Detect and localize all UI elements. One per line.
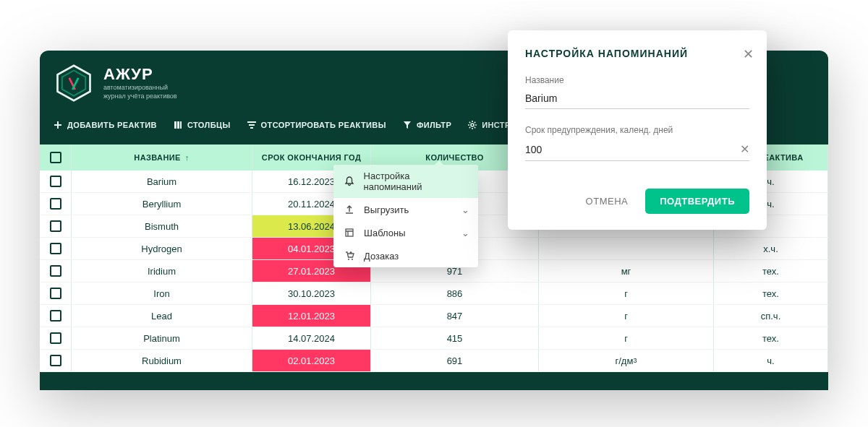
columns-icon [173,120,183,130]
cell-date: 02.01.2023 [252,350,371,371]
cell-name: Platinum [72,327,252,349]
column-name[interactable]: НАЗВАНИЕ↑ [72,145,252,171]
row-checkbox[interactable] [40,193,72,215]
plus-icon [53,120,63,130]
brand-subtitle-1: автоматизированный [103,84,177,92]
close-icon[interactable]: ✕ [743,46,754,62]
cell-type: тех. [714,260,828,282]
gear-icon [467,120,477,130]
cell-type: тех. [714,282,828,304]
filter-icon [402,120,412,130]
cell-unit: г [539,282,714,304]
confirm-button[interactable]: ПОДТВЕРДИТЬ [645,189,749,214]
cell-qty: 691 [371,350,539,371]
table-row[interactable]: Rubidium02.01.2023691г/дм3ч. [40,350,828,372]
add-reagent-button[interactable]: ДОБАВИТЬ РЕАКТИВ [50,117,160,133]
name-input[interactable]: Barium [525,90,749,109]
sort-icon [247,120,257,130]
cell-unit: г/дм3 [539,350,714,371]
row-checkbox[interactable] [40,260,72,282]
days-label: Срок предупреждения, календ. дней [525,125,749,135]
cell-unit: г [539,305,714,327]
modal-actions: ОТМЕНА ПОДТВЕРДИТЬ [525,189,749,214]
cell-name: Lead [72,305,252,327]
templates-icon [344,227,355,238]
row-checkbox[interactable] [40,282,72,304]
clear-icon[interactable]: ✕ [740,142,749,156]
cell-date: 30.10.2023 [252,282,371,304]
cell-name: Beryllium [72,193,252,215]
name-label: Название [525,75,749,85]
svg-point-9 [348,259,349,260]
cell-type: х.ч. [714,238,828,259]
sort-label: ОТСОРТИРОВАТЬ РЕАКТИВЫ [261,121,386,129]
chevron-down-icon: ⌄ [461,204,469,215]
days-input[interactable]: 100 ✕ [525,139,749,161]
upload-icon [344,204,355,215]
dropdown-export[interactable]: Выгрузить ⌄ [333,198,478,221]
add-label: ДОБАВИТЬ РЕАКТИВ [67,121,157,129]
row-checkbox[interactable] [40,327,72,349]
dropdown-reorder[interactable]: Дозаказ [333,244,478,267]
cell-date: 12.01.2023 [252,305,371,327]
cell-name: Rubidium [72,350,252,371]
svg-point-7 [471,124,474,126]
cell-qty: 886 [371,282,539,304]
svg-rect-8 [346,229,353,236]
row-checkbox[interactable] [40,305,72,327]
cancel-button[interactable]: ОТМЕНА [586,196,629,207]
table-row[interactable]: Iron30.10.2023886гтех. [40,282,828,305]
svg-rect-5 [177,121,179,129]
svg-rect-4 [174,121,176,129]
dropdown-templates[interactable]: Шаблоны ⌄ [333,221,478,244]
svg-line-3 [72,78,78,90]
reminder-settings-modal: НАСТРОЙКА НАПОМИНАНИЙ ✕ Название Barium … [508,30,767,230]
svg-rect-6 [180,121,182,129]
select-all-header[interactable] [40,145,72,171]
cell-qty: 847 [371,305,539,327]
cart-icon [344,250,355,262]
cell-unit: г [539,327,714,349]
dropdown-reminders[interactable]: Настройка напоминаний [333,165,478,198]
bell-icon [344,176,355,187]
cell-unit [539,238,714,259]
columns-button[interactable]: СТОЛБЦЫ [170,117,234,133]
chevron-down-icon: ⌄ [461,228,469,238]
filter-button[interactable]: ФИЛЬТР [399,117,454,133]
svg-point-10 [352,259,353,260]
row-checkbox[interactable] [40,350,72,371]
cell-name: Hydrogen [72,238,252,259]
columns-label: СТОЛБЦЫ [187,121,231,129]
cell-date: 14.07.2024 [252,327,371,349]
table-row[interactable]: Platinum14.07.2024415гтех. [40,327,828,350]
filter-label: ФИЛЬТР [417,121,451,129]
cell-name: Bismuth [72,215,252,237]
modal-title: НАСТРОЙКА НАПОМИНАНИЙ [525,48,749,59]
svg-marker-1 [62,71,85,96]
cell-type: ч. [714,350,828,371]
row-checkbox[interactable] [40,171,72,192]
logo-icon [54,64,93,103]
dropdown-reorder-label: Дозаказ [364,251,399,262]
name-field: Название Barium [525,75,749,109]
cell-name: Iron [72,282,252,304]
cell-name: Barium [72,171,252,192]
row-checkbox[interactable] [40,238,72,259]
tools-dropdown: Настройка напоминаний Выгрузить ⌄ Шаблон… [333,165,478,267]
brand-subtitle-2: журнал учёта реактивов [103,92,177,101]
cell-qty: 415 [371,327,539,349]
cell-type: сп.ч. [714,305,828,327]
sort-asc-icon: ↑ [185,153,190,162]
brand: АЖУР автоматизированный журнал учёта реа… [103,65,177,100]
row-checkbox[interactable] [40,215,72,237]
dropdown-templates-label: Шаблоны [364,228,406,238]
cell-type: тех. [714,327,828,349]
brand-title: АЖУР [103,65,177,84]
days-field: Срок предупреждения, календ. дней 100 ✕ [525,125,749,161]
cell-name: Iridium [72,260,252,282]
dropdown-export-label: Выгрузить [364,204,409,215]
table-row[interactable]: Lead12.01.2023847гсп.ч. [40,305,828,327]
cell-unit: мг [539,260,714,282]
dropdown-reminders-label: Настройка напоминаний [364,171,468,192]
sort-button[interactable]: ОТСОРТИРОВАТЬ РЕАКТИВЫ [244,117,389,133]
